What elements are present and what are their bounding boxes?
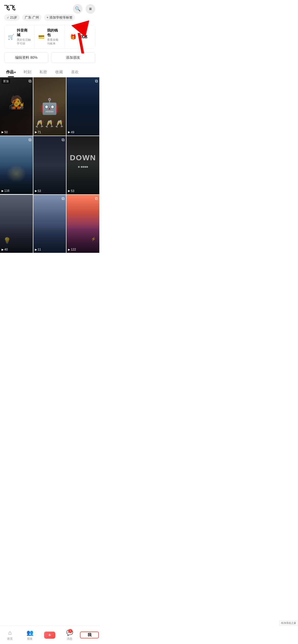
view-count-4: ▶ 53 bbox=[35, 189, 41, 193]
video-cell-6[interactable]: 💡 ▶ 40 bbox=[0, 195, 33, 253]
play-icon-7: ▶ bbox=[35, 248, 37, 251]
profile-tags: ♂ 21岁 广东·广州 + 添加学校等标签 bbox=[4, 14, 95, 21]
view-count-2: ▶ 49 bbox=[68, 130, 74, 134]
view-count-1: ▶ 71 bbox=[35, 130, 41, 134]
service-cards: 🛒 抖音商城 美好生活触手可得 💳 我的钱包 查看余额与账单 🎁 优惠 bbox=[4, 25, 95, 49]
profile-header: 🔍 ≡ bbox=[0, 0, 99, 21]
video-cell-2[interactable]: ⧉ ▶ 49 bbox=[66, 77, 99, 136]
video-cell-3[interactable]: ⧉ ▶ 116 bbox=[0, 136, 33, 194]
wallet-sub: 查看余额与账单 bbox=[47, 38, 61, 46]
view-count-5: ▶ 53 bbox=[68, 189, 74, 193]
tab-likes[interactable]: 喜欢 bbox=[67, 67, 83, 77]
play-icon-4: ▶ bbox=[35, 189, 37, 193]
view-count-3: ▶ 116 bbox=[2, 189, 9, 193]
edit-profile-button[interactable]: 编辑资料 80% bbox=[4, 52, 48, 63]
video-cell-7[interactable]: ⧉ ▶ 11 bbox=[33, 195, 66, 253]
play-icon-1: ▶ bbox=[35, 130, 37, 134]
multi-icon-3: ⧉ bbox=[29, 138, 31, 142]
location-tag: 广东·广州 bbox=[22, 14, 42, 21]
video-cell-1[interactable]: 🤖 🥂 🥂 🥂 ▶ 71 bbox=[33, 77, 66, 136]
play-icon-5: ▶ bbox=[68, 189, 70, 193]
header-icons: 🔍 ≡ bbox=[73, 4, 95, 14]
view-count-8: ▶ 122 bbox=[68, 248, 76, 251]
gender-icon: ♂ bbox=[7, 16, 9, 20]
view-count-7: ▶ 11 bbox=[35, 248, 41, 251]
action-buttons: 编辑资料 80% 添加朋友 bbox=[4, 52, 95, 63]
video-grid: 🧑‍🎤 置顶 ⧉ ▶ 50 🤖 🥂 🥂 🥂 ▶ 71 bbox=[0, 77, 99, 253]
view-count-0: ▶ 50 bbox=[2, 130, 8, 134]
tab-private[interactable]: 私密 bbox=[35, 67, 51, 77]
tab-dropdown-icon: ▾ bbox=[14, 71, 16, 74]
add-tag-button[interactable]: + 添加学校等标签 bbox=[44, 14, 75, 21]
wallet-text: 我的钱包 查看余额与账单 bbox=[47, 28, 61, 46]
pin-badge-0: 置顶 bbox=[2, 79, 10, 84]
play-icon-6: ▶ bbox=[2, 248, 4, 251]
multi-icon-4: ⧉ bbox=[62, 138, 64, 142]
add-friend-button[interactable]: 添加朋友 bbox=[51, 52, 95, 63]
search-button[interactable]: 🔍 bbox=[73, 4, 83, 14]
wallet-icon: 💳 bbox=[38, 32, 45, 41]
play-icon-8: ▶ bbox=[68, 248, 70, 251]
multi-icon-7: ⧉ bbox=[62, 196, 64, 201]
video-cell-0[interactable]: 🧑‍🎤 置顶 ⧉ ▶ 50 bbox=[0, 77, 33, 136]
shop-sub: 美好生活触手可得 bbox=[17, 38, 31, 46]
gender-age-tag: ♂ 21岁 bbox=[4, 14, 20, 21]
multi-icon-8: ⧉ bbox=[95, 196, 98, 201]
multi-icon-2: ⧉ bbox=[95, 79, 98, 83]
benefits-title: 优惠 bbox=[80, 35, 87, 39]
menu-button[interactable]: ≡ bbox=[86, 4, 95, 14]
search-icon: 🔍 bbox=[75, 6, 80, 12]
benefits-icon: 🎁 bbox=[69, 32, 78, 41]
wallet-card[interactable]: 💳 我的钱包 查看余额与账单 bbox=[35, 25, 65, 49]
shop-card[interactable]: 🛒 抖音商城 美好生活触手可得 bbox=[4, 25, 35, 49]
wallet-title: 我的钱包 bbox=[47, 28, 61, 37]
video-cell-5[interactable]: DOWN ■ ■■■■ ▶ 53 bbox=[66, 136, 99, 194]
video-cell-8[interactable]: ⚡ ⧉ ▶ 122 bbox=[66, 195, 99, 253]
tab-favorites[interactable]: 收藏 bbox=[51, 67, 67, 77]
multi-icon-0: ⧉ bbox=[29, 79, 31, 83]
play-icon-0: ▶ bbox=[2, 130, 4, 134]
video-cell-4[interactable]: ⧉ ▶ 53 bbox=[33, 136, 66, 194]
play-icon-3: ▶ bbox=[2, 189, 4, 193]
benefits-card[interactable]: 🎁 优惠 bbox=[65, 25, 95, 49]
menu-icon: ≡ bbox=[89, 6, 92, 12]
shop-icon: 🛒 bbox=[8, 32, 14, 41]
tab-moments[interactable]: 时刻 bbox=[20, 67, 35, 77]
shop-text: 抖音商城 美好生活触手可得 bbox=[17, 28, 31, 46]
play-icon-2: ▶ bbox=[68, 130, 70, 134]
view-count-6: ▶ 40 bbox=[2, 248, 8, 251]
benefits-text: 优惠 bbox=[80, 35, 87, 39]
tab-works[interactable]: 作品▾ bbox=[2, 67, 20, 77]
shop-title: 抖音商城 bbox=[17, 28, 31, 37]
content-tabs: 作品▾ 时刻 私密 收藏 喜欢 bbox=[0, 67, 99, 77]
